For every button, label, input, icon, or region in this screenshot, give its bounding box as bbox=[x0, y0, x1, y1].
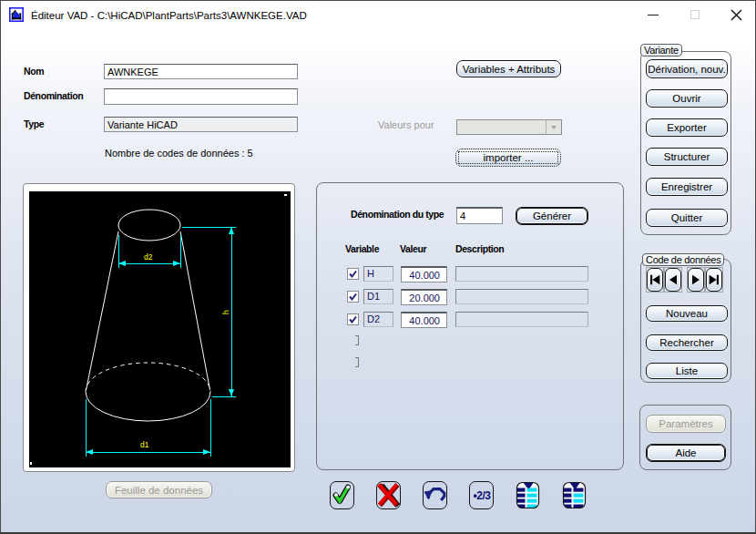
svg-text:d2: d2 bbox=[144, 252, 153, 262]
svg-text:h: h bbox=[221, 310, 230, 314]
svg-text:d1: d1 bbox=[140, 440, 149, 449]
